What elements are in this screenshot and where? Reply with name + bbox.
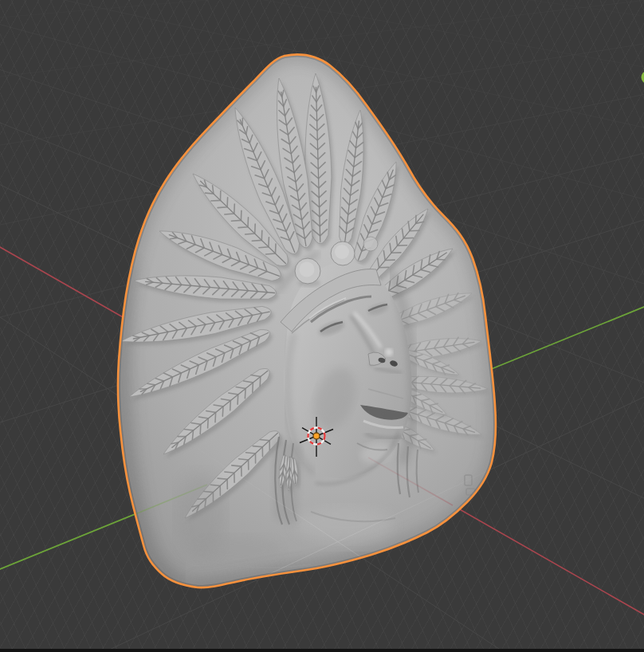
headband-disc xyxy=(363,237,378,251)
nav-gizmo-y-handle[interactable] xyxy=(642,71,644,84)
sculpture-object[interactable] xyxy=(0,0,644,652)
scene-canvas xyxy=(0,0,644,652)
viewport[interactable] xyxy=(0,0,644,652)
window-edge xyxy=(0,649,644,652)
object-origin-dot xyxy=(313,433,320,439)
